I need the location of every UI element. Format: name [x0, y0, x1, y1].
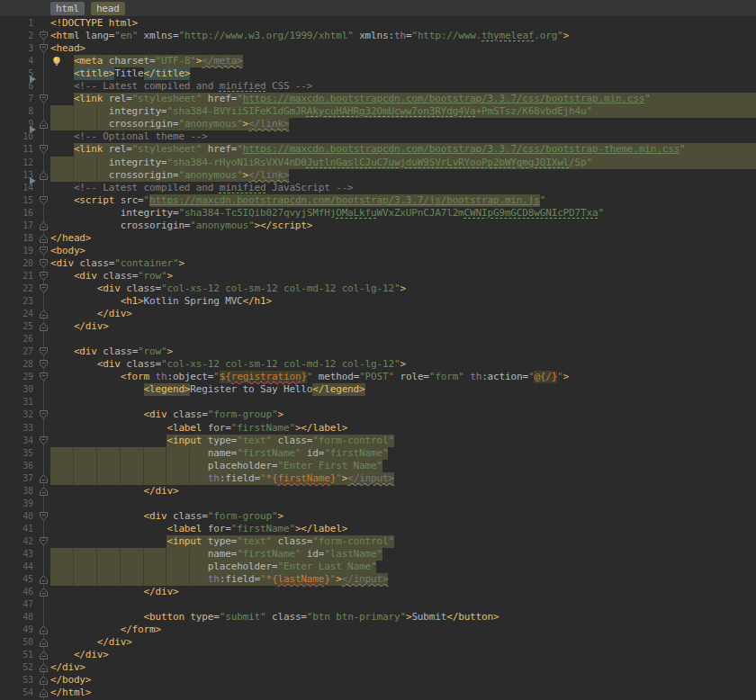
- code-line[interactable]: 44 placeholder="Enter Last Name": [0, 561, 756, 573]
- fold-gutter[interactable]: [38, 30, 50, 42]
- fold-gutter[interactable]: [38, 270, 50, 283]
- fold-gutter[interactable]: [38, 460, 50, 472]
- fold-gutter[interactable]: [38, 561, 50, 573]
- fold-gutter[interactable]: [38, 586, 50, 598]
- fold-gutter[interactable]: [38, 649, 50, 661]
- fold-gutter[interactable]: [38, 422, 50, 435]
- fold-gutter[interactable]: [38, 295, 50, 308]
- code-line[interactable]: 11 <link rel="stylesheet" href="https://…: [0, 143, 756, 156]
- fold-gutter[interactable]: [38, 93, 50, 105]
- fold-gutter[interactable]: [38, 674, 50, 687]
- code-line[interactable]: 27 <div class="row">: [0, 346, 756, 358]
- code-line[interactable]: 10 <!-- Optional theme -->: [0, 130, 756, 143]
- code-line[interactable]: 16 integrity="sha384-Tc5IQib027qvyjSMfHj…: [0, 207, 756, 220]
- fold-gutter[interactable]: [38, 105, 50, 118]
- fold-gutter[interactable]: [38, 333, 50, 346]
- fold-gutter[interactable]: [38, 346, 50, 358]
- code-line[interactable]: 18</head>: [0, 232, 756, 245]
- code-line[interactable]: 25 </div>: [0, 320, 756, 333]
- fold-gutter[interactable]: [38, 67, 50, 80]
- code-line[interactable]: 4 <meta charset="UTF-8"></meta>: [0, 55, 756, 67]
- fold-gutter[interactable]: [38, 598, 50, 611]
- code-line[interactable]: 1<!DOCTYPE html>: [0, 17, 756, 30]
- fold-gutter[interactable]: [38, 523, 50, 535]
- code-line[interactable]: 3<head>: [0, 42, 756, 55]
- code-line[interactable]: 29 <form th:object="${registration}" met…: [0, 371, 756, 383]
- fold-gutter[interactable]: [38, 408, 50, 421]
- code-line[interactable]: 40 <div class="form-group">: [0, 510, 756, 523]
- fold-gutter[interactable]: [38, 535, 50, 548]
- code-line[interactable]: 47: [0, 598, 756, 611]
- code-line[interactable]: 6 <!-- Latest compiled and minified CSS …: [0, 80, 756, 93]
- code-line[interactable]: 9 crossorigin="anonymous"></link>: [0, 118, 756, 130]
- fold-gutter[interactable]: [38, 371, 50, 383]
- code-line[interactable]: 48 <button type="submit" class="btn btn-…: [0, 611, 756, 624]
- code-line[interactable]: 43 name="firstName" id="lastName": [0, 548, 756, 561]
- code-line[interactable]: 14 <!-- Latest compiled and minified Jav…: [0, 182, 756, 194]
- fold-gutter[interactable]: [38, 687, 50, 699]
- code-line[interactable]: 36 placeholder="Enter First Name": [0, 460, 756, 472]
- fold-gutter[interactable]: [38, 485, 50, 498]
- fold-gutter[interactable]: [38, 472, 50, 485]
- fold-gutter[interactable]: [38, 435, 50, 447]
- fold-gutter[interactable]: [38, 157, 50, 169]
- code-line[interactable]: 51 </div>: [0, 649, 756, 661]
- intention-bulb-icon[interactable]: [51, 56, 62, 67]
- fold-gutter[interactable]: [38, 548, 50, 561]
- fold-gutter[interactable]: [38, 636, 50, 649]
- fold-gutter[interactable]: [38, 17, 50, 30]
- code-line[interactable]: 26: [0, 333, 756, 346]
- code-line[interactable]: 34 <input type="text" class="form-contro…: [0, 435, 756, 447]
- code-line[interactable]: 33 <label for="firstName"></label>: [0, 422, 756, 435]
- fold-gutter[interactable]: [38, 169, 50, 182]
- code-line[interactable]: 24 </div>: [0, 308, 756, 320]
- fold-gutter[interactable]: [38, 194, 50, 207]
- code-line[interactable]: 31: [0, 396, 756, 408]
- code-line[interactable]: 45 th:field="*{lastName}"></input>: [0, 573, 756, 586]
- code-line[interactable]: 20<div class="container">: [0, 257, 756, 270]
- fold-gutter[interactable]: [38, 510, 50, 523]
- fold-gutter[interactable]: [38, 358, 50, 371]
- code-line[interactable]: 22 <div class="col-xs-12 col-sm-12 col-m…: [0, 283, 756, 295]
- code-line[interactable]: 53</body>: [0, 674, 756, 687]
- fold-gutter[interactable]: [38, 308, 50, 320]
- fold-gutter[interactable]: [38, 130, 50, 143]
- code-line[interactable]: 41 <label for="firstName"></label>: [0, 523, 756, 535]
- fold-gutter[interactable]: [38, 573, 50, 586]
- code-line[interactable]: 7 <link rel="stylesheet" href="https://m…: [0, 93, 756, 105]
- code-line[interactable]: 32 <div class="form-group">: [0, 408, 756, 421]
- fold-gutter[interactable]: [38, 498, 50, 510]
- code-line[interactable]: 5 <title>Title</title>: [0, 67, 756, 80]
- fold-gutter[interactable]: [38, 245, 50, 257]
- fold-gutter[interactable]: [38, 207, 50, 220]
- fold-gutter[interactable]: [38, 661, 50, 674]
- fold-gutter[interactable]: [38, 447, 50, 460]
- code-line[interactable]: 30 <legend>Register to Say Hello</legend…: [0, 383, 756, 396]
- code-line[interactable]: 49 </form>: [0, 624, 756, 636]
- code-line[interactable]: 37 th:field="*{firstName}"></input>: [0, 472, 756, 485]
- code-line[interactable]: 52</div>: [0, 661, 756, 674]
- fold-gutter[interactable]: [38, 611, 50, 624]
- fold-gutter[interactable]: [38, 182, 50, 194]
- code-line[interactable]: 17 crossorigin="anonymous"></script>: [0, 220, 756, 232]
- fold-gutter[interactable]: [38, 624, 50, 636]
- fold-gutter[interactable]: [38, 80, 50, 93]
- code-line[interactable]: 15 <script src="https://maxcdn.bootstrap…: [0, 194, 756, 207]
- code-line[interactable]: 21 <div class="row">: [0, 270, 756, 283]
- code-line[interactable]: 2<html lang="en" xmlns="http://www.w3.or…: [0, 30, 756, 42]
- code-line[interactable]: 12 integrity="sha384-rHyoN1iRsVXV4nD0Jut…: [0, 157, 756, 169]
- breadcrumb-html[interactable]: html: [50, 2, 85, 15]
- fold-gutter[interactable]: [38, 257, 50, 270]
- code-line[interactable]: 19<body>: [0, 245, 756, 257]
- code-line[interactable]: 46 </div>: [0, 586, 756, 598]
- fold-gutter[interactable]: [38, 283, 50, 295]
- code-line[interactable]: 8 integrity="sha384-BVYiiSIFeK1dGmJRAkyc…: [0, 105, 756, 118]
- fold-gutter[interactable]: [38, 383, 50, 396]
- code-line[interactable]: 42 <input type="text" class="form-contro…: [0, 535, 756, 548]
- fold-gutter[interactable]: [38, 55, 50, 67]
- fold-gutter[interactable]: [38, 396, 50, 408]
- fold-gutter[interactable]: [38, 320, 50, 333]
- fold-gutter[interactable]: [38, 143, 50, 156]
- code-line[interactable]: 35 name="firstName" id="firstName": [0, 447, 756, 460]
- breadcrumb-head[interactable]: head: [91, 2, 125, 15]
